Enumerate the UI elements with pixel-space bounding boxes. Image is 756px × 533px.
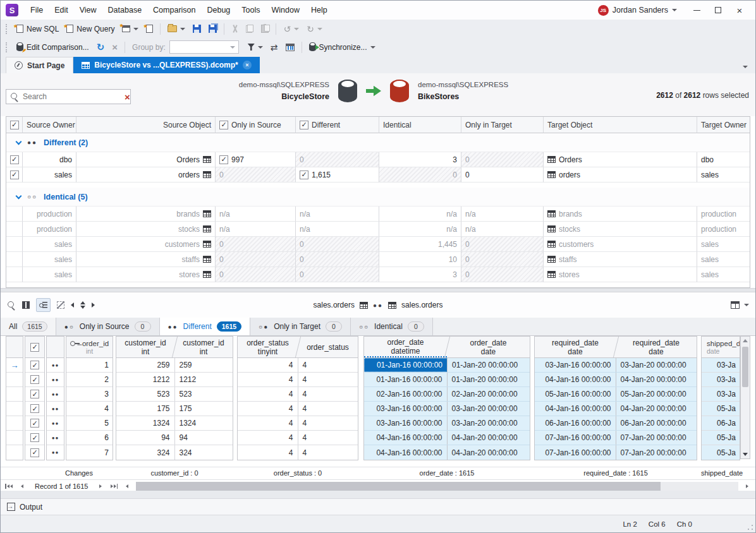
swap-source-target-button[interactable] xyxy=(267,40,282,55)
col-target-owner[interactable]: Target Owner xyxy=(697,117,750,133)
clear-search-icon[interactable] xyxy=(125,92,130,102)
grid-cell[interactable]: 4 xyxy=(238,402,298,416)
copy-button[interactable] xyxy=(242,21,257,37)
new-sql-button[interactable]: New SQL xyxy=(13,21,63,37)
grid-cell[interactable]: 06-Ja xyxy=(702,416,740,431)
row-checkbox[interactable] xyxy=(10,171,19,179)
tab-only-in-source[interactable]: ●○ Only in Source 0 xyxy=(56,318,160,335)
grid-cell[interactable]: 4 xyxy=(298,373,358,386)
grid-cell[interactable]: 4 xyxy=(298,387,358,401)
table-row[interactable]: sales stores 0 0 3 0 stores sales xyxy=(6,267,750,282)
grid-cell[interactable]: 03-Ja xyxy=(702,373,740,387)
scroll-up-icon[interactable] xyxy=(743,339,748,342)
new-document-button[interactable] xyxy=(142,21,157,37)
grid-cell[interactable]: 03-Jan-16 00:00:00 xyxy=(364,416,448,430)
table-row[interactable]: production brands n/a n/a n/a n/a brands… xyxy=(6,207,750,222)
save-all-button[interactable] xyxy=(205,21,221,37)
tab-all[interactable]: All 1615 xyxy=(1,318,56,335)
menu-help[interactable]: Help xyxy=(305,1,333,20)
previous-record-button[interactable] xyxy=(16,481,28,491)
row-checkbox[interactable] xyxy=(30,404,39,413)
grid-cell[interactable]: 05-Ja xyxy=(702,431,740,445)
grid-horizontal-scrollbar[interactable] xyxy=(136,482,738,491)
grid-cell[interactable]: 4 xyxy=(298,402,358,416)
col-only-in-target[interactable]: Only in Target xyxy=(461,117,544,133)
menu-database[interactable]: Database xyxy=(102,1,148,20)
grid-cell[interactable]: 4 xyxy=(238,416,298,430)
grid-cell[interactable]: 02-Jan-16 00:00:00 xyxy=(364,387,448,401)
toolbar-grip[interactable] xyxy=(6,24,9,34)
new-query-button[interactable]: New Query xyxy=(63,21,118,37)
grid-cell[interactable]: 04-Jan-16 00:00:00 xyxy=(364,445,448,460)
tab-only-in-target[interactable]: ○● Only in Target 0 xyxy=(250,318,351,335)
navigate-changes-control[interactable] xyxy=(80,301,85,309)
grid-cell[interactable]: 03-Jan-20 00:00:00 xyxy=(616,358,697,372)
table-row[interactable]: dbo Orders 997 0 3 0 Orders dbo xyxy=(6,152,750,167)
grid-cell[interactable]: 1212 xyxy=(175,373,233,386)
grid-cell[interactable]: 07-Jan-16 00:00:00 xyxy=(535,445,616,460)
grid-cell[interactable]: 05-Jan-16 00:00:00 xyxy=(535,387,616,401)
grid-cell[interactable]: 04-Jan-20 00:00:00 xyxy=(616,373,697,386)
menu-comparison[interactable]: Comparison xyxy=(147,1,201,20)
first-record-button[interactable] xyxy=(3,481,15,491)
refresh-comparison-button[interactable] xyxy=(93,40,109,55)
grid-cell[interactable]: 1324 xyxy=(116,416,175,430)
grid-cell[interactable]: 324 xyxy=(116,445,175,460)
grid-cell[interactable]: 259 xyxy=(116,358,175,372)
grid-cell[interactable]: 94 xyxy=(175,431,233,445)
grid-cell[interactable]: 03-Jan-20 00:00:00 xyxy=(448,416,530,430)
tab-comparison-document[interactable]: BicycleStore vs ...QLEXPRESS).dcomp* xyxy=(73,57,259,73)
close-button[interactable] xyxy=(729,1,750,20)
minimize-button[interactable] xyxy=(686,1,707,20)
grid-cell[interactable]: 03-Jan-16 00:00:00 xyxy=(364,402,448,416)
grid-cell[interactable]: 259 xyxy=(175,358,233,372)
grid-cell[interactable]: 5 xyxy=(66,416,113,431)
grid-cell[interactable]: 4 xyxy=(66,402,113,416)
grid-cell[interactable]: 324 xyxy=(175,445,233,460)
col-source-object[interactable]: Source Object xyxy=(76,117,216,133)
scroll-left-icon[interactable] xyxy=(121,481,133,491)
new-sql-window-button[interactable] xyxy=(118,21,142,37)
menu-file[interactable]: File xyxy=(25,1,49,20)
grid-cell[interactable]: 01-Jan-20 00:00:00 xyxy=(448,373,530,386)
grid-cell[interactable]: 06-Jan-20 00:00:00 xyxy=(616,416,697,430)
row-checkbox[interactable] xyxy=(30,375,39,384)
grid-cell[interactable]: 175 xyxy=(175,402,233,416)
synchronize-button[interactable]: Synchronize... xyxy=(305,40,379,55)
grid-cell[interactable]: 02-Jan-20 00:00:00 xyxy=(448,387,530,401)
menu-tools[interactable]: Tools xyxy=(236,1,265,20)
chevron-down-icon[interactable] xyxy=(744,304,749,306)
incremental-search-icon[interactable] xyxy=(7,301,16,309)
tab-close-icon[interactable] xyxy=(243,61,252,69)
grid-cell[interactable]: 03-Jan-16 00:00:00 xyxy=(535,358,616,372)
row-checkbox[interactable] xyxy=(30,419,39,428)
comparison-report-button[interactable] xyxy=(282,40,298,55)
tab-start-page[interactable]: Start Page xyxy=(6,57,73,73)
table-row[interactable]: production stocks n/a n/a n/a n/a stocks… xyxy=(6,222,750,237)
grid-cell[interactable]: 01-Jan-20 00:00:00 xyxy=(448,358,530,372)
grid-cell[interactable]: 7 xyxy=(66,445,113,460)
user-account-button[interactable]: JS Jordan Sanders xyxy=(598,5,677,16)
grid-cell[interactable]: 2 xyxy=(66,373,113,387)
grid-cell[interactable]: 523 xyxy=(175,387,233,401)
select-all-checkbox[interactable] xyxy=(10,121,19,129)
grid-vertical-scrollbar[interactable] xyxy=(740,336,750,459)
grid-cell[interactable]: 4 xyxy=(298,431,358,445)
row-checkbox[interactable] xyxy=(30,361,39,369)
collapse-chevron-icon[interactable] xyxy=(16,193,22,199)
stop-comparison-button[interactable] xyxy=(108,40,121,55)
row-checkbox[interactable] xyxy=(10,155,19,164)
grid-cell[interactable]: 4 xyxy=(298,445,358,460)
select-all-rows-checkbox[interactable] xyxy=(30,343,39,352)
resize-grip[interactable] xyxy=(747,524,753,530)
col-source-owner[interactable]: Source Owner xyxy=(23,117,76,133)
paste-button[interactable] xyxy=(257,21,272,37)
grid-cell[interactable]: 4 xyxy=(238,387,298,401)
redo-button[interactable] xyxy=(303,21,326,37)
col-only-in-source[interactable]: Only in Source xyxy=(216,117,296,133)
grid-cell[interactable]: 07-Jan-20 00:00:00 xyxy=(616,445,697,460)
grid-cell[interactable]: 04-Jan-20 00:00:00 xyxy=(616,402,697,416)
grid-cell[interactable]: 04-Jan-16 00:00:00 xyxy=(535,373,616,386)
output-panel-bar[interactable]: Output xyxy=(1,498,755,515)
grid-cell[interactable]: 04-Jan-16 00:00:00 xyxy=(364,431,448,445)
